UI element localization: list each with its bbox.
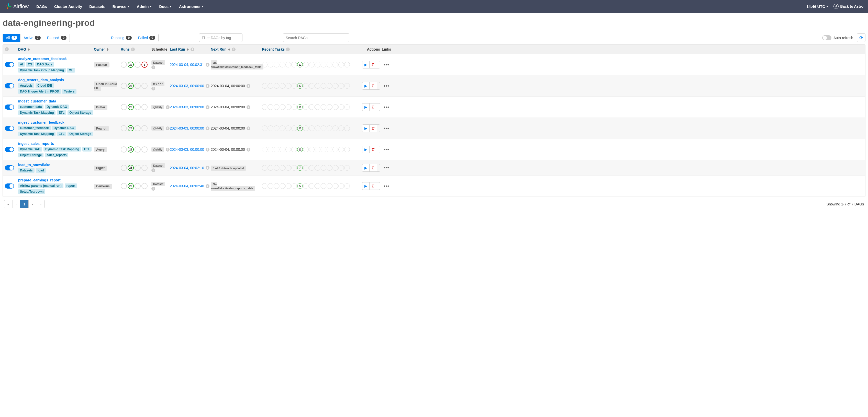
schedule-badge[interactable]: @daily (151, 147, 164, 152)
links-menu[interactable]: ••• (380, 165, 393, 170)
task-circle[interactable] (344, 104, 350, 110)
task-circle[interactable] (333, 147, 338, 152)
task-circle[interactable] (262, 62, 268, 67)
task-circle[interactable] (280, 83, 285, 89)
nav-astronomer[interactable]: Astronomer▼ (179, 4, 204, 9)
task-circle[interactable] (327, 126, 332, 131)
last-run-time[interactable]: 2024-03-03, 00:00:00 (170, 126, 204, 130)
task-circle[interactable] (333, 104, 338, 110)
dag-link[interactable]: ingest_customer_data (18, 99, 94, 103)
task-circle[interactable] (285, 147, 291, 152)
task-circle[interactable] (309, 62, 315, 67)
delete-button[interactable] (370, 103, 377, 111)
tag[interactable]: Object Storage (67, 110, 93, 115)
tag[interactable]: Setup/Teardown (18, 189, 45, 194)
dag-toggle[interactable] (5, 147, 14, 152)
last-run-time[interactable]: 2024-03-03, 00:00:00 (170, 84, 204, 88)
tag[interactable]: customer_data (18, 105, 43, 109)
task-circle[interactable] (344, 165, 350, 171)
page-first[interactable]: « (4, 200, 13, 208)
dag-link[interactable]: ingest_sales_reports (18, 142, 94, 146)
task-circle[interactable] (309, 147, 315, 152)
task-circle[interactable] (309, 126, 315, 131)
task-circle[interactable] (291, 165, 297, 171)
run-none[interactable] (121, 83, 127, 89)
tag[interactable]: load (36, 168, 46, 173)
task-circle[interactable] (309, 165, 315, 171)
task-circle[interactable] (303, 183, 309, 189)
tag[interactable]: Dynamic DAG (52, 126, 76, 130)
run-running[interactable] (134, 165, 141, 171)
run-running[interactable] (134, 125, 141, 131)
task-circle[interactable] (303, 126, 309, 131)
task-circle[interactable] (338, 147, 344, 152)
last-run-time[interactable]: 2024-03-04, 00:02:40 (170, 184, 204, 188)
run-running[interactable] (134, 83, 141, 89)
run-none[interactable] (121, 62, 127, 68)
task-circle[interactable] (321, 104, 326, 110)
task-circle[interactable] (315, 104, 320, 110)
task-circle[interactable] (333, 62, 338, 67)
tag[interactable]: ETL (57, 110, 66, 115)
dag-toggle[interactable] (5, 126, 14, 131)
task-circle[interactable] (274, 165, 279, 171)
task-circle[interactable] (274, 183, 279, 189)
task-circle[interactable] (285, 165, 291, 171)
schedule-badge[interactable]: Dataset (151, 182, 165, 186)
run-fail[interactable]: 1 (142, 62, 148, 68)
search-dags-input[interactable] (283, 33, 349, 42)
run-success[interactable]: 28 (128, 83, 134, 89)
task-circle[interactable]: 6 (297, 83, 303, 89)
task-circle[interactable] (303, 147, 309, 152)
info-icon[interactable]: i (206, 63, 210, 67)
task-circle[interactable] (262, 183, 268, 189)
dag-link[interactable]: ingest_customer_feedback (18, 120, 94, 125)
task-circle[interactable] (338, 183, 344, 189)
owner-badge[interactable]: Piglet (94, 166, 107, 171)
filter-running[interactable]: Running0 (108, 34, 135, 42)
task-circle[interactable] (291, 183, 297, 189)
task-circle[interactable] (309, 183, 315, 189)
task-circle[interactable] (309, 104, 315, 110)
info-icon[interactable]: i (151, 187, 155, 190)
schedule-badge[interactable]: @daily (151, 105, 164, 109)
auto-refresh-toggle[interactable] (822, 35, 831, 40)
task-circle[interactable] (338, 165, 344, 171)
tag[interactable]: Dynamic Task Mapping (18, 110, 56, 115)
task-circle[interactable] (280, 165, 285, 171)
nav-datasets[interactable]: Datasets (89, 4, 105, 9)
run-empty[interactable] (142, 165, 148, 171)
last-run-time[interactable]: 2024-03-03, 00:00:00 (170, 147, 204, 151)
task-circle[interactable] (338, 126, 344, 131)
tag[interactable]: sales_reports (45, 153, 68, 158)
tag[interactable]: Datasets (18, 168, 34, 173)
task-circle[interactable] (268, 62, 273, 67)
task-circle[interactable] (338, 62, 344, 67)
info-icon[interactable]: i (247, 127, 250, 130)
schedule-badge[interactable]: @daily (151, 126, 164, 131)
task-circle[interactable]: 11 (297, 104, 303, 110)
task-circle[interactable] (291, 147, 297, 152)
task-circle[interactable] (333, 83, 338, 89)
next-run-badge[interactable]: On snowflake://customer_feedback_table (211, 60, 264, 69)
info-icon[interactable]: i (206, 166, 210, 170)
trigger-button[interactable]: ▶ (362, 125, 370, 132)
run-empty[interactable] (142, 146, 148, 152)
tag[interactable]: Dynamic DAG (45, 105, 69, 109)
tag[interactable]: customer_feedback (18, 126, 51, 130)
task-circle[interactable] (280, 104, 285, 110)
dag-link[interactable]: dog_testers_data_analysis (18, 78, 94, 82)
page-next[interactable]: › (29, 200, 36, 208)
task-circle[interactable] (321, 62, 326, 67)
trigger-button[interactable]: ▶ (362, 182, 370, 189)
page-prev[interactable]: ‹ (13, 200, 21, 208)
task-circle[interactable] (315, 126, 320, 131)
task-circle[interactable] (321, 83, 326, 89)
run-running[interactable] (134, 104, 141, 110)
dag-toggle[interactable] (5, 105, 14, 110)
info-icon[interactable]: i (166, 148, 169, 151)
task-circle[interactable]: 11 (297, 126, 303, 131)
owner-badge[interactable]: Butter (94, 105, 107, 110)
owner-badge[interactable]: Peanut (94, 126, 109, 131)
task-circle[interactable] (274, 126, 279, 131)
